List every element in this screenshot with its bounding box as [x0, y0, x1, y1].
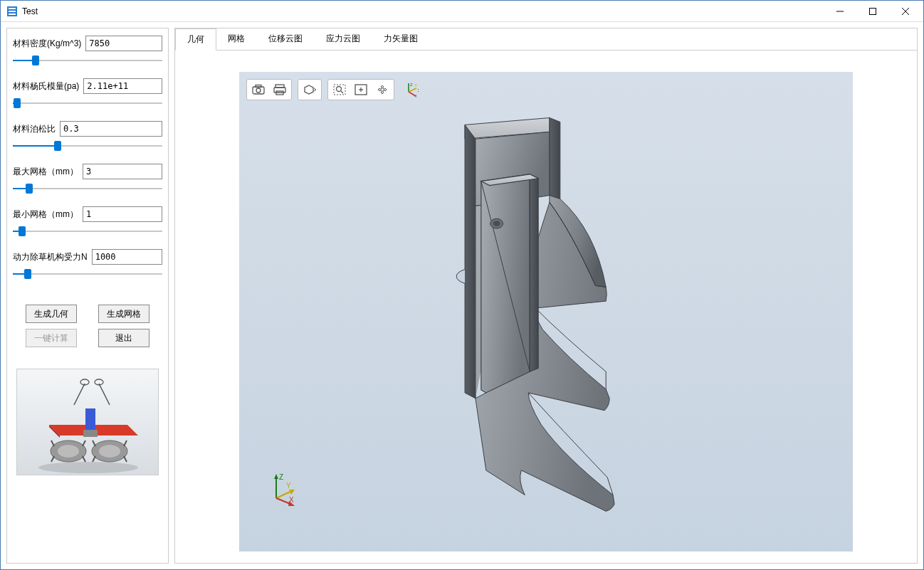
- svg-text:Z: Z: [410, 83, 413, 87]
- snapshot-icon[interactable]: [248, 81, 268, 98]
- generate-mesh-button[interactable]: 生成网格: [98, 305, 149, 323]
- param-density: 材料密度(Kg/m^3): [13, 36, 162, 67]
- param-minmesh-slider[interactable]: [13, 225, 162, 238]
- param-modulus-slider[interactable]: [13, 97, 162, 110]
- param-modulus-label: 材料杨氏模量(pa): [13, 80, 79, 93]
- param-force: 动力除草机构受力N: [13, 249, 162, 280]
- svg-line-38: [341, 91, 343, 93]
- svg-line-20: [51, 440, 54, 446]
- svg-rect-30: [256, 85, 261, 88]
- render-mode-icon[interactable]: [300, 81, 320, 98]
- svg-point-28: [38, 462, 138, 473]
- param-force-input[interactable]: [92, 249, 162, 265]
- viewer-3d[interactable]: ZYX: [239, 72, 853, 551]
- svg-line-27: [124, 456, 127, 462]
- param-density-input[interactable]: [85, 36, 162, 51]
- close-button[interactable]: [889, 1, 922, 21]
- exit-button[interactable]: 退出: [98, 329, 149, 347]
- preview-image: [16, 369, 159, 475]
- viewer-toolbar: ZYX: [246, 79, 420, 100]
- window-title: Test: [22, 6, 824, 16]
- param-maxmesh-slider[interactable]: [13, 182, 162, 195]
- svg-rect-15: [83, 430, 98, 437]
- app-icon: [6, 6, 18, 17]
- svg-rect-1: [9, 8, 16, 9]
- svg-marker-51: [550, 118, 560, 199]
- pan-icon[interactable]: [372, 81, 392, 98]
- sidebar: 材料密度(Kg/m^3)材料杨氏模量(pa)材料泊松比最大网格（mm）最小网格（…: [6, 28, 169, 564]
- minimize-button[interactable]: [824, 1, 856, 21]
- zoom-window-icon[interactable]: [330, 81, 350, 98]
- svg-line-23: [124, 440, 127, 446]
- param-density-slider[interactable]: [13, 54, 162, 67]
- svg-line-22: [93, 440, 95, 446]
- svg-line-25: [83, 456, 85, 462]
- fit-view-icon[interactable]: [351, 81, 371, 98]
- param-poisson: 材料泊松比: [13, 121, 162, 152]
- svg-line-24: [51, 456, 54, 462]
- axis-x-label: X: [289, 496, 294, 504]
- axis-y-label: Y: [286, 482, 291, 490]
- param-force-slider[interactable]: [13, 268, 162, 280]
- calculate-button[interactable]: 一键计算: [26, 329, 77, 347]
- svg-rect-2: [9, 11, 16, 12]
- titlebar: Test: [1, 1, 923, 22]
- window-buttons: [824, 1, 922, 21]
- axis-orientation-icon[interactable]: ZYX: [400, 81, 420, 98]
- param-maxmesh-input[interactable]: [83, 164, 162, 179]
- svg-point-17: [58, 445, 79, 458]
- param-poisson-input[interactable]: [60, 121, 162, 137]
- svg-point-19: [99, 445, 120, 458]
- param-modulus: 材料杨氏模量(pa): [13, 78, 162, 110]
- tab-1[interactable]: 网格: [216, 28, 257, 50]
- model-geometry: [239, 72, 853, 551]
- svg-marker-59: [274, 474, 278, 479]
- param-modulus-input[interactable]: [83, 78, 162, 94]
- svg-marker-49: [465, 125, 476, 398]
- param-density-label: 材料密度(Kg/m^3): [13, 38, 81, 50]
- param-minmesh: 最小网格（mm）: [13, 206, 162, 238]
- tabs: 几何网格位移云图应力云图力矢量图: [175, 28, 917, 51]
- svg-marker-35: [305, 85, 313, 94]
- main-window: Test 材料密度(Kg/m^3)材料杨氏模量(pa)材料泊松比最大网格（mm）…: [0, 0, 924, 570]
- svg-point-31: [256, 88, 261, 93]
- print-icon[interactable]: [270, 81, 290, 98]
- viewer-wrap: ZYX: [175, 51, 917, 563]
- svg-line-44: [409, 88, 416, 92]
- axis-indicator: Z Y X: [268, 471, 303, 509]
- svg-text:Y: Y: [414, 83, 417, 88]
- param-maxmesh: 最大网格（mm）: [13, 164, 162, 195]
- param-poisson-slider[interactable]: [13, 139, 162, 152]
- axis-z-label: Z: [279, 473, 283, 481]
- param-maxmesh-label: 最大网格（mm）: [13, 166, 78, 178]
- svg-line-9: [99, 384, 110, 405]
- main-panel: 几何网格位移云图应力云图力矢量图: [174, 28, 918, 564]
- svg-point-57: [493, 221, 500, 226]
- svg-rect-3: [9, 14, 16, 15]
- tab-3[interactable]: 应力云图: [315, 28, 372, 50]
- param-minmesh-label: 最小网格（mm）: [13, 209, 78, 221]
- svg-text:X: X: [414, 94, 417, 97]
- svg-marker-53: [530, 174, 538, 371]
- svg-marker-52: [481, 174, 530, 393]
- param-poisson-label: 材料泊松比: [13, 123, 56, 135]
- tab-2[interactable]: 位移云图: [257, 28, 315, 50]
- tab-4[interactable]: 力矢量图: [372, 28, 430, 50]
- svg-point-37: [337, 87, 342, 92]
- svg-line-26: [93, 456, 95, 462]
- svg-line-21: [83, 440, 85, 446]
- svg-rect-14: [85, 408, 95, 430]
- generate-geometry-button[interactable]: 生成几何: [26, 305, 77, 323]
- tab-0[interactable]: 几何: [175, 28, 216, 51]
- param-minmesh-input[interactable]: [83, 206, 162, 222]
- body: 材料密度(Kg/m^3)材料杨氏模量(pa)材料泊松比最大网格（mm）最小网格（…: [1, 22, 923, 569]
- maximize-button[interactable]: [856, 1, 889, 21]
- param-force-label: 动力除草机构受力N: [13, 251, 88, 263]
- sidebar-buttons: 生成几何 一键计算 生成网格 退出: [13, 305, 162, 347]
- svg-line-8: [74, 384, 85, 405]
- svg-rect-5: [870, 8, 876, 14]
